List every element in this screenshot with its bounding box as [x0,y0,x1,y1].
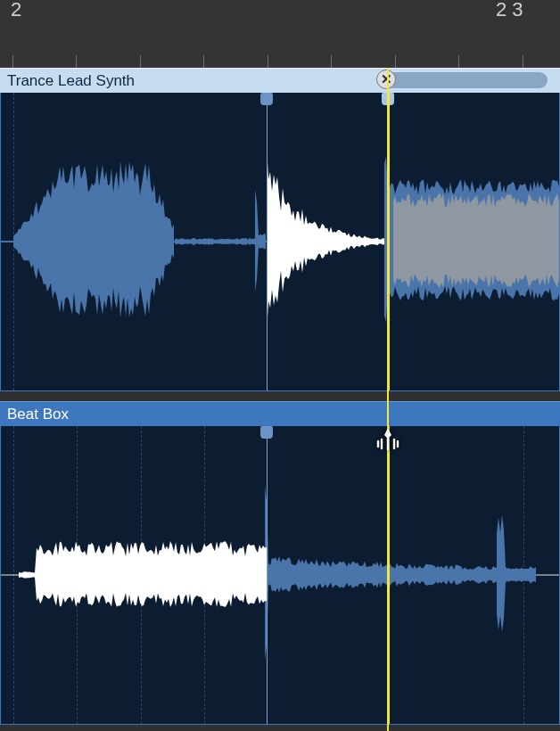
track-body-beatbox[interactable] [0,426,560,725]
track-name-label: Trance Lead Synth [7,72,135,89]
track-header-beatbox[interactable]: Beat Box [0,401,560,426]
playhead[interactable] [388,93,390,390]
track-header-trance[interactable]: Trance Lead Synth [0,68,560,93]
timeline-ruler[interactable]: 22 3 [0,0,560,69]
ruler-tick [203,55,204,68]
flex-marker-line[interactable] [267,426,268,724]
region-fade-slider[interactable] [383,72,548,88]
close-icon: ✕ [381,71,392,87]
track-name-label: Beat Box [7,406,69,423]
ruler-tick [76,55,77,68]
playhead[interactable] [388,426,390,724]
waveform [1,426,560,725]
region-fade-x-button[interactable]: ✕ [376,70,396,89]
flex-slice-icon[interactable] [372,426,404,456]
ruler-tick [268,55,268,68]
ruler-tick [458,55,459,68]
ruler-tick [331,55,332,68]
flex-marker-handle[interactable] [260,426,273,439]
ruler-tick [395,55,396,68]
flex-marker-line[interactable] [267,93,268,390]
ruler-tick [140,55,141,68]
waveform [1,93,560,391]
flex-marker-handle[interactable] [260,93,273,105]
daw-arrange-view: 22 3 Trance Lead Synth ✕ Beat Box [0,0,560,731]
bar-number: 2 [11,0,21,21]
bar-number: 2 3 [496,0,523,21]
track-body-trance[interactable] [0,93,560,391]
ruler-tick [523,55,523,68]
ruler-tick [12,55,13,68]
